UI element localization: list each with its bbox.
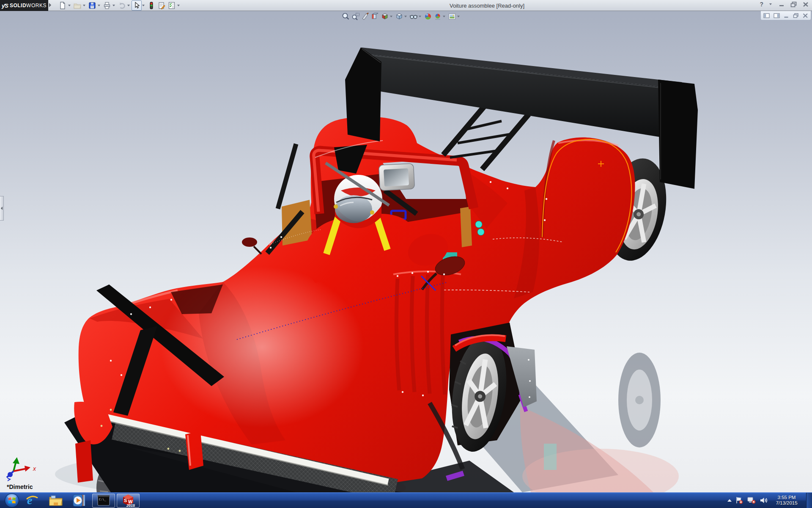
select-cursor-icon	[132, 1, 141, 10]
undo-button[interactable]	[117, 0, 127, 11]
display-style-caret[interactable]	[404, 16, 407, 17]
save-dropdown-caret[interactable]	[98, 5, 100, 6]
menu-expand-arrow-icon[interactable]	[49, 3, 51, 7]
rebuild-stoplight-icon	[147, 1, 156, 10]
apply-scene-caret[interactable]	[443, 16, 445, 17]
3d-viewport[interactable]: x	[0, 11, 812, 492]
zoom-to-area-button[interactable]	[351, 12, 360, 21]
windows-start-icon	[4, 492, 20, 508]
teal-knob	[475, 221, 482, 228]
minimize-button[interactable]	[779, 2, 785, 7]
display-style-icon	[395, 12, 403, 21]
taskbar-windows-explorer[interactable]	[44, 493, 68, 508]
minimize-doc-button[interactable]	[784, 13, 789, 18]
file-properties-button[interactable]	[156, 0, 167, 11]
view-orientation-button[interactable]	[380, 12, 390, 21]
rearview-mirror[interactable]	[379, 163, 414, 190]
apply-scene-icon	[433, 12, 442, 21]
restore-doc-button[interactable]	[793, 13, 799, 18]
volume-icon[interactable]	[760, 497, 768, 504]
options-checklist-icon	[167, 1, 176, 10]
print-dropdown-caret[interactable]	[112, 5, 115, 6]
brand-text: SOLIDWORKS	[10, 3, 47, 8]
document-window-controls	[760, 11, 811, 20]
triad-x-label: x	[33, 465, 36, 472]
options-dropdown-caret[interactable]	[177, 5, 180, 6]
action-center-flag-icon[interactable]	[735, 497, 743, 504]
printer-icon	[103, 1, 111, 10]
view-settings-button[interactable]	[447, 12, 457, 21]
view-settings-caret[interactable]	[457, 16, 460, 17]
section-view-icon	[371, 12, 379, 21]
new-dropdown-caret[interactable]	[68, 5, 71, 6]
cmd-prompt-text: C:\_	[99, 498, 107, 501]
show-desktop-button[interactable]	[806, 493, 812, 508]
graphics-area[interactable]: x	[0, 11, 812, 492]
title-bar: ƴS SOLIDWORKS Voiture assom	[0, 0, 812, 11]
section-view-button[interactable]	[370, 12, 380, 21]
svg-text:e: e	[27, 494, 32, 507]
feature-pane-collapse-tab[interactable]	[0, 196, 4, 221]
taskbar-solidworks[interactable]: S W 2015	[117, 494, 140, 508]
zoom-to-area-icon	[351, 12, 360, 21]
ds-logo-icon: ƴS	[2, 3, 8, 9]
taskbar-media-player[interactable]	[68, 493, 91, 508]
quick-access-toolbar	[58, 0, 181, 11]
show-hidden-icons-button[interactable]	[727, 499, 732, 502]
open-document-button[interactable]	[72, 0, 82, 11]
wing-endplate-right	[658, 80, 698, 189]
show-display-pane-button[interactable]	[774, 13, 780, 18]
network-status-icon[interactable]	[747, 497, 756, 504]
hide-show-items-button[interactable]	[409, 12, 418, 21]
collapse-arrow-icon	[1, 207, 3, 210]
hide-show-items-caret[interactable]	[419, 16, 421, 17]
help-icon[interactable]: ?	[760, 1, 763, 8]
new-document-button[interactable]	[58, 0, 68, 11]
sw-letter-s: S	[124, 498, 127, 503]
solidworks-2015-icon: S W 2015	[121, 494, 136, 507]
show-feature-pane-button[interactable]	[763, 13, 770, 18]
previous-view-icon	[361, 12, 370, 21]
save-button[interactable]	[87, 0, 97, 11]
folder-icon	[49, 494, 63, 507]
help-dropdown-caret[interactable]	[769, 3, 772, 5]
select-dropdown-caret[interactable]	[142, 5, 145, 6]
hide-show-items-icon	[409, 12, 418, 21]
taskbar-command-prompt[interactable]: C:\_	[92, 494, 115, 508]
close-doc-button[interactable]	[803, 13, 808, 18]
taskbar-internet-explorer[interactable]: e	[20, 493, 44, 508]
rebuild-button[interactable]	[146, 0, 156, 11]
options-button[interactable]	[167, 0, 177, 11]
zoom-to-fit-button[interactable]	[341, 12, 351, 21]
close-button[interactable]	[803, 2, 809, 7]
start-button[interactable]	[3, 493, 20, 508]
undo-arrow-icon	[118, 1, 126, 10]
edit-appearance-icon	[424, 12, 432, 21]
open-folder-icon	[73, 1, 82, 10]
window-title: Voiture assomblee [Read-only]	[450, 3, 524, 9]
previous-view-button[interactable]	[360, 12, 370, 21]
tray-time: 3:55 PM	[771, 495, 802, 500]
heads-up-view-toolbar	[341, 12, 461, 21]
open-dropdown-caret[interactable]	[83, 5, 85, 6]
sw-year: 2015	[126, 503, 135, 507]
system-tray: 3:55 PM 7/13/2015	[727, 493, 812, 508]
view-orientation-caret[interactable]	[390, 16, 392, 17]
helmet-visor	[335, 195, 372, 223]
reflected-rear-wheel	[618, 353, 661, 447]
orange-panel-left	[282, 200, 312, 246]
tray-date: 7/13/2015	[771, 500, 802, 506]
apply-scene-button[interactable]	[433, 12, 442, 21]
undo-dropdown-caret[interactable]	[127, 5, 130, 6]
edit-appearance-button[interactable]	[423, 12, 433, 21]
restore-button[interactable]	[790, 2, 797, 7]
view-settings-icon	[448, 12, 456, 21]
select-tool-button[interactable]	[132, 0, 142, 11]
orange-panel-right	[460, 207, 472, 247]
view-orientation-icon	[381, 12, 389, 21]
tray-clock[interactable]: 3:55 PM 7/13/2015	[771, 495, 802, 506]
save-floppy-icon	[88, 1, 96, 10]
internet-explorer-icon: e	[25, 494, 39, 507]
print-button[interactable]	[102, 0, 112, 11]
display-style-button[interactable]	[394, 12, 404, 21]
